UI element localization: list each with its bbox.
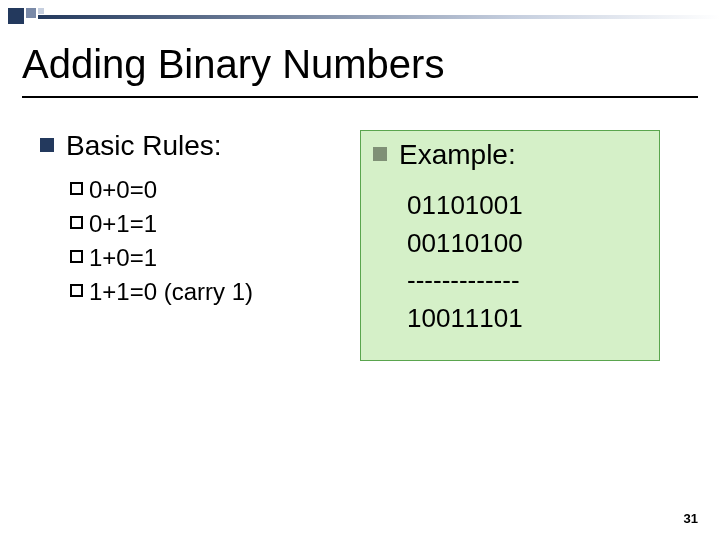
slide-title: Adding Binary Numbers (22, 42, 444, 87)
rule-text: 1+1=0 (carry 1) (89, 278, 253, 306)
title-underline (22, 96, 698, 98)
square-bullet-icon (40, 138, 54, 152)
example-result: 10011101 (407, 300, 641, 338)
square-bullet-icon (373, 147, 387, 161)
example-body: 01101001 00110100 ------------- 10011101 (407, 187, 641, 338)
square-light-icon (38, 8, 44, 14)
page-number: 31 (684, 511, 698, 526)
square-mid-icon (26, 8, 36, 18)
rule-text: 0+0=0 (89, 176, 157, 204)
left-column: Basic Rules: 0+0=0 0+1=1 1+0=1 1+1=0 (ca… (40, 130, 340, 361)
rule-text: 1+0=1 (89, 244, 157, 272)
square-dark-icon (8, 8, 24, 24)
example-line: 00110100 (407, 225, 641, 263)
right-column: Example: 01101001 00110100 -------------… (360, 130, 660, 361)
example-line: 01101001 (407, 187, 641, 225)
rule-item: 0+1=1 (70, 210, 340, 238)
basic-rules-heading: Basic Rules: (66, 130, 222, 162)
rule-text: 0+1=1 (89, 210, 157, 238)
checkbox-icon (70, 250, 83, 263)
example-box: Example: 01101001 00110100 -------------… (360, 130, 660, 361)
rule-item: 1+1=0 (carry 1) (70, 278, 340, 306)
checkbox-icon (70, 284, 83, 297)
example-heading: Example: (399, 139, 516, 171)
rule-item: 1+0=1 (70, 244, 340, 272)
header-gradient-bar (38, 15, 720, 19)
checkbox-icon (70, 182, 83, 195)
checkbox-icon (70, 216, 83, 229)
rules-list: 0+0=0 0+1=1 1+0=1 1+1=0 (carry 1) (70, 176, 340, 306)
example-divider: ------------- (407, 262, 641, 300)
rule-item: 0+0=0 (70, 176, 340, 204)
